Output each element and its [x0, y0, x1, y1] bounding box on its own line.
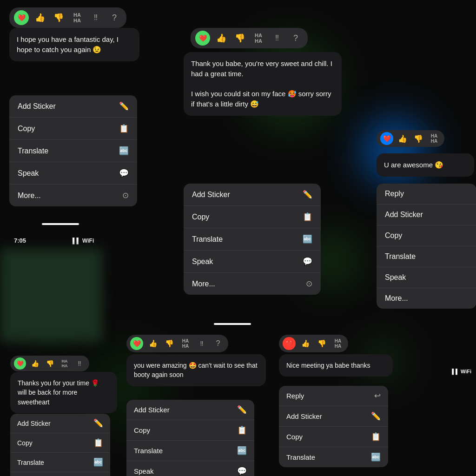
add-sticker-label-5: Add Sticker	[134, 406, 170, 414]
haha-btn-3[interactable]: HAHA	[428, 132, 441, 145]
exclaim-btn-2[interactable]: ‼	[270, 31, 284, 46]
thumbsdown-btn-5[interactable]: 👎	[163, 337, 176, 350]
add-sticker-item-5[interactable]: Add Sticker ✏️	[126, 400, 254, 420]
thumbsup-btn-2[interactable]: 👍	[214, 31, 229, 46]
copy-item-2[interactable]: Copy 📋	[184, 206, 321, 228]
more-item-2[interactable]: More... ⊙	[184, 273, 321, 295]
heart-btn-1[interactable]: ❤️	[14, 10, 29, 25]
thumbsup-btn-6[interactable]: 👍	[299, 337, 312, 350]
thumbsdown-btn-1[interactable]: 👎	[51, 10, 66, 25]
reaction-bar-4: ❤️ 👍 👎 HAHA ‼	[10, 356, 89, 371]
exclaim-btn-4[interactable]: ‼	[73, 357, 86, 370]
speak-icon-2: 💬	[303, 257, 312, 266]
haha-btn-5[interactable]: HAHA	[179, 337, 192, 350]
add-sticker-item-6[interactable]: Add Sticker ✏️	[279, 406, 388, 427]
reply-item-3[interactable]: Reply	[377, 184, 476, 205]
thumbsup-btn-3[interactable]: 👍	[396, 132, 409, 145]
thumbsdown-btn-2[interactable]: 👎	[232, 31, 247, 46]
sticker-icon-1: ✏️	[119, 101, 129, 111]
message-text-4: Thanks you for your time 🌹 will be back …	[18, 379, 99, 406]
reaction-bar-3: ❤️ 👍 👎 HAHA	[377, 130, 444, 147]
more-item-3[interactable]: More...	[377, 288, 476, 309]
copy-label-5: Copy	[134, 426, 150, 434]
speak-item-4[interactable]: Speak 💬	[10, 472, 110, 476]
thumbsdown-btn-3[interactable]: 👎	[412, 132, 425, 145]
thumbsdown-btn-6[interactable]: 👎	[315, 337, 328, 350]
copy-label-3: Copy	[385, 231, 402, 240]
heart-btn-2[interactable]: ❤️	[195, 31, 210, 46]
add-sticker-item-4[interactable]: Add Sticker ✏️	[10, 414, 110, 433]
add-sticker-item-3[interactable]: Add Sticker	[377, 205, 476, 225]
add-sticker-label-6: Add Sticker	[286, 412, 322, 420]
translate-icon-6: 🔤	[371, 452, 381, 462]
message-text-1: I hope you have a fantastic day, I hope …	[17, 35, 119, 53]
context-menu-1: Add Sticker ✏️ Copy 📋 Translate 🔤 Speak …	[9, 95, 137, 206]
haha-btn-4[interactable]: HAHA	[59, 357, 71, 370]
question-btn-5[interactable]: ?	[212, 337, 225, 350]
speak-icon-5: 💬	[237, 466, 247, 476]
heart-btn-5[interactable]: ❤️	[130, 337, 143, 350]
copy-item-1[interactable]: Copy 📋	[9, 118, 137, 140]
context-menu-5: Add Sticker ✏️ Copy 📋 Translate 🔤 Speak …	[126, 400, 254, 476]
thumbsup-btn-4[interactable]: 👍	[29, 357, 41, 370]
message-bubble-4: Thanks you for your time 🌹 will be back …	[10, 372, 117, 413]
heart-btn-4[interactable]: ❤️	[14, 357, 26, 370]
speak-label-3: Speak	[385, 273, 406, 282]
time-display-4: 7:05	[14, 237, 26, 244]
speak-item-2[interactable]: Speak 💬	[184, 251, 321, 273]
thumbsup-btn-1[interactable]: 👍	[33, 10, 47, 25]
speak-item-1[interactable]: Speak 💬	[9, 162, 137, 185]
copy-item-6[interactable]: Copy 📋	[279, 427, 388, 447]
copy-item-4[interactable]: Copy 📋	[10, 433, 110, 453]
reply-item-6[interactable]: Reply ↩	[279, 386, 388, 406]
reaction-bar-1: ❤️ 👍 👎 HAHA ‼ ?	[9, 7, 126, 28]
context-menu-3: Reply Add Sticker Copy Translate Speak M…	[377, 184, 476, 309]
question-btn-1[interactable]: ?	[107, 10, 122, 25]
context-menu-2: Add Sticker ✏️ Copy 📋 Translate 🔤 Speak …	[184, 184, 321, 295]
copy-item-3[interactable]: Copy	[377, 225, 476, 246]
exclaim-btn-5[interactable]: ‼	[195, 337, 208, 350]
haha-btn-2[interactable]: HAHA	[251, 31, 266, 46]
message-bubble-6: Nice meeting ya babe thanks	[279, 354, 393, 377]
more-item-1[interactable]: More... ⊙	[9, 185, 137, 206]
add-sticker-label-1: Add Sticker	[18, 102, 56, 111]
translate-item-5[interactable]: Translate 🔤	[126, 441, 254, 461]
blurred-image-4	[0, 249, 102, 342]
haha-btn-6[interactable]: HAHA	[331, 337, 344, 350]
scroll-indicator-1	[42, 223, 79, 225]
exclaim-btn-1[interactable]: ‼	[88, 10, 103, 25]
speak-item-5[interactable]: Speak 💬	[126, 461, 254, 476]
speak-icon-1: 💬	[119, 168, 129, 178]
question-btn-2[interactable]: ?	[288, 31, 303, 46]
add-sticker-item-1[interactable]: Add Sticker ✏️	[9, 95, 137, 118]
more-icon-2: ⊙	[306, 279, 312, 289]
thumbsup-btn-5[interactable]: 👍	[146, 337, 159, 350]
translate-icon-5: 🔤	[237, 446, 247, 456]
copy-icon-6: 📋	[371, 432, 381, 442]
heart-btn-3[interactable]: ❤️	[380, 132, 393, 145]
translate-item-4[interactable]: Translate 🔤	[10, 453, 110, 472]
reply-label-6: Reply	[286, 392, 304, 400]
translate-item-6[interactable]: Translate 🔤	[279, 447, 388, 467]
copy-item-5[interactable]: Copy 📋	[126, 420, 254, 441]
wifi-signal-6: ▌▌ WiFi	[452, 369, 471, 374]
add-sticker-item-2[interactable]: Add Sticker ✏️	[184, 184, 321, 206]
wifi-icon-4: WiFi	[82, 238, 94, 244]
reaction-bar-6: ❤️ 👍 👎 HAHA	[279, 335, 348, 352]
message-text-6: Nice meeting ya babe thanks	[286, 362, 370, 369]
sticker-icon-5: ✏️	[237, 405, 247, 415]
copy-label-2: Copy	[192, 213, 209, 221]
translate-icon-2: 🔤	[303, 234, 312, 244]
reaction-bar-2: ❤️ 👍 👎 HAHA ‼ ?	[191, 28, 308, 48]
heart-btn-6[interactable]: ❤️	[283, 337, 296, 350]
translate-label-4: Translate	[17, 459, 44, 466]
haha-btn-1[interactable]: HAHA	[70, 10, 85, 25]
thumbsdown-btn-4[interactable]: 👎	[44, 357, 56, 370]
speak-label-1: Speak	[18, 169, 39, 178]
translate-item-2[interactable]: Translate 🔤	[184, 228, 321, 251]
translate-item-1[interactable]: Translate 🔤	[9, 140, 137, 162]
reaction-bar-5: ❤️ 👍 👎 HAHA ‼ ?	[126, 335, 228, 352]
speak-item-3[interactable]: Speak	[377, 267, 476, 288]
signal-icon-4: ▌▌	[73, 238, 80, 244]
translate-item-3[interactable]: Translate	[377, 246, 476, 267]
